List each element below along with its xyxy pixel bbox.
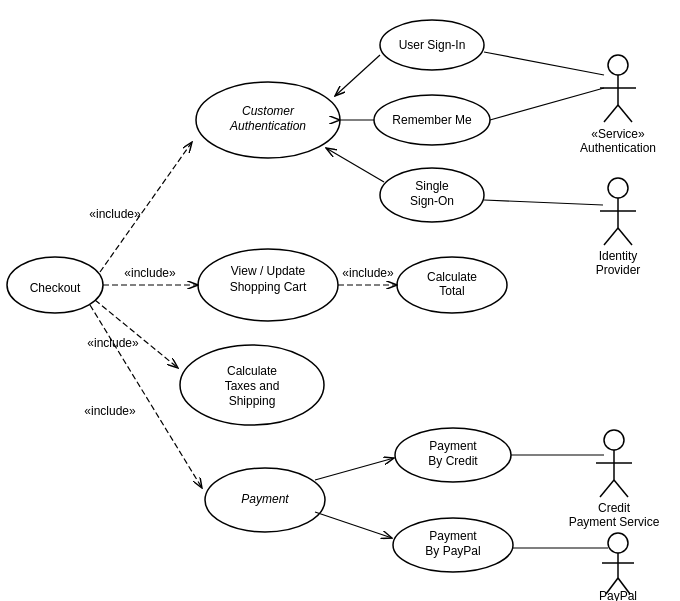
customer-auth-label2: Authentication [229,119,306,133]
auth-to-signin [484,52,604,75]
remember-me-label: Remember Me [392,113,472,127]
payment-to-credit [315,458,394,480]
credit-label2: Payment Service [569,515,660,529]
calc-total-label2: Total [439,284,464,298]
use-case-diagram: Checkout Customer Authentication View / … [0,0,680,601]
include-label-4: «include» [84,404,136,418]
auth-to-remember [490,88,604,120]
include-label-1: «include» [89,207,141,221]
customer-auth-label: Customer [242,104,295,118]
identity-label2: Provider [596,263,641,277]
view-cart-label2: Shopping Cart [230,280,307,294]
auth-actor-head [608,55,628,75]
signin-to-auth [335,55,380,96]
credit-actor-head [604,430,624,450]
payment-to-paypal [315,512,392,538]
identity-actor-head [608,178,628,198]
auth-stereotype: «Service» [591,127,645,141]
include-label-2: «include» [124,266,176,280]
payment-credit-label2: By Credit [428,454,478,468]
payment-paypal-label2: By PayPal [425,544,480,558]
credit-actor-leg-right [614,480,628,497]
checkout-to-taxes-arrow [95,300,178,368]
single-signon-label2: Sign-On [410,194,454,208]
calc-total-label1: Calculate [427,270,477,284]
payment-credit-label1: Payment [429,439,477,453]
credit-label1: Credit [598,501,631,515]
identity-to-signon [484,200,603,205]
auth-actor-leg-left [604,105,618,122]
calc-taxes-label1: Calculate [227,364,277,378]
paypal-actor-head [608,533,628,553]
checkout-label: Checkout [30,281,81,295]
view-cart-label1: View / Update [231,264,306,278]
identity-label: Identity [599,249,638,263]
single-signon-label1: Single [415,179,449,193]
payment-paypal-label1: Payment [429,529,477,543]
auth-actor-leg-right [618,105,632,122]
paypal-label: PayPal [599,589,637,601]
include-label-3: «include» [87,336,139,350]
auth-label: Authentication [580,141,656,155]
credit-actor-leg-left [600,480,614,497]
user-signin-label: User Sign-In [399,38,466,52]
identity-actor-leg-right [618,228,632,245]
calc-taxes-label3: Shipping [229,394,276,408]
include-label-5: «include» [342,266,394,280]
signon-to-auth [326,148,384,182]
payment-label: Payment [241,492,289,506]
calc-taxes-label2: Taxes and [225,379,280,393]
identity-actor-leg-left [604,228,618,245]
